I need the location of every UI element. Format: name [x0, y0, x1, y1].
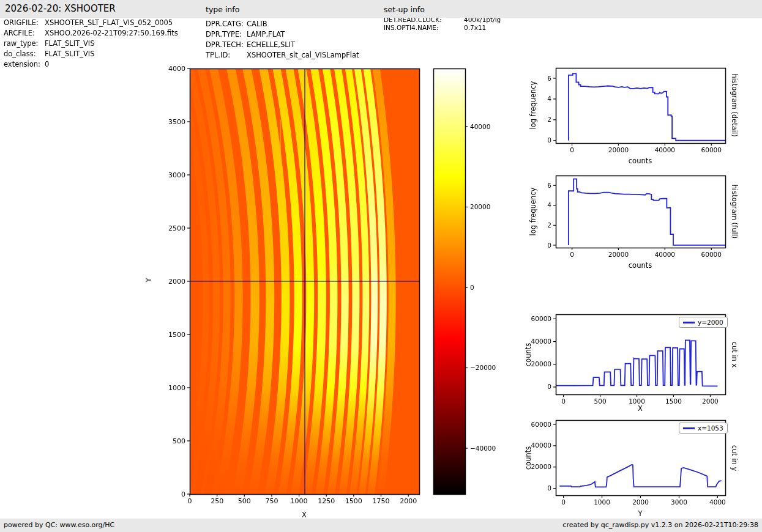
footer-created-by: created by qc_rawdisp.py v1.2.3 on 2026-…	[562, 519, 758, 532]
info-label: extension:	[4, 59, 45, 70]
info-row-opti4name: INS.OPTI4.NAME:0.7x11	[384, 24, 501, 32]
hist-detail-side-label: histogram (detail)	[730, 73, 739, 136]
info-label: ARCFILE:	[4, 28, 45, 39]
footer-powered-by: powered by QC: www.eso.org/HC	[4, 519, 114, 532]
info-value: 0	[45, 60, 49, 68]
cut-x-legend: y=2000	[679, 317, 728, 328]
info-label: DPR.TYPE:	[206, 29, 247, 40]
info-row-arcfile: ARCFILE:XSHOO.2026-02-21T09:27:50.169.fi…	[4, 28, 178, 39]
cut-y-legend: x=1053	[679, 423, 728, 434]
cut-y-x-axis-label: Y	[638, 509, 642, 518]
info-label: raw_type:	[4, 39, 45, 49]
hist-full-side-label: histogram (full)	[730, 185, 739, 239]
qc-report-page: 2026-02-20: XSHOOTER type info set-up in…	[0, 0, 762, 532]
info-value: XSHOOTER_SLT_FLAT_VIS_052_0005	[45, 18, 173, 27]
info-value: LAMP,FLAT	[247, 30, 285, 39]
hist-detail-x-axis-label: counts	[629, 157, 652, 165]
info-value: CALIB	[247, 20, 267, 28]
info-value: XSHOO.2026-02-21T09:27:50.169.fits	[45, 29, 178, 37]
cut-x-side-label: cut in x	[730, 342, 739, 368]
info-label: DPR.CATG:	[206, 19, 247, 29]
info-value: FLAT_SLIT_VIS	[45, 39, 94, 48]
hist-full-y-axis-label: log frequency	[529, 188, 537, 236]
info-value: 0.7x11	[464, 24, 486, 31]
section-title-setup-info: set-up info	[384, 0, 425, 19]
legend-label: y=2000	[698, 319, 723, 326]
header-bar: 2026-02-20: XSHOOTER type info set-up in…	[0, 0, 762, 18]
info-row-dprtech: DPR.TECH:ECHELLE,SLIT	[206, 40, 359, 50]
info-label: DPR.TECH:	[206, 40, 247, 50]
footer-bar: powered by QC: www.eso.org/HC created by…	[0, 519, 762, 532]
legend-label: x=1053	[698, 424, 723, 432]
info-row-doclass: do_class:FLAT_SLIT_VIS	[4, 49, 178, 59]
info-value: ECHELLE,SLIT	[247, 40, 295, 49]
section-title-type-info: type info	[206, 0, 239, 19]
info-label: do_class:	[4, 49, 45, 59]
info-row-extension: extension:0	[4, 59, 178, 70]
info-row-origfile: ORIGFILE:XSHOOTER_SLT_FLAT_VIS_052_0005	[4, 18, 178, 28]
info-row-dprtype: DPR.TYPE:LAMP,FLAT	[206, 29, 359, 40]
main-x-axis-label: X	[302, 511, 307, 519]
info-row-tplid: TPL.ID:XSHOOTER_slt_cal_VISLampFlat	[206, 50, 359, 61]
page-title: 2026-02-20: XSHOOTER	[5, 0, 116, 18]
info-row-rawtype: raw_type:FLAT_SLIT_VIS	[4, 39, 178, 49]
info-row-dprcatg: DPR.CATG:CALIB	[206, 19, 359, 29]
file-info-block: ORIGFILE:XSHOOTER_SLT_FLAT_VIS_052_0005 …	[4, 18, 178, 70]
info-value: FLAT_SLIT_VIS	[45, 50, 94, 58]
legend-line-swatch	[683, 427, 695, 429]
hist-detail-y-axis-label: log frequency	[529, 81, 537, 130]
legend-line-swatch	[683, 322, 695, 323]
cut-x-x-axis-label: X	[638, 404, 643, 413]
cut-y-y-axis-label: counts	[524, 446, 532, 470]
cut-y-side-label: cut in y	[730, 445, 739, 471]
info-label: ORIGFILE:	[4, 18, 45, 28]
info-label: INS.OPTI4.NAME:	[384, 24, 464, 32]
cut-x-y-axis-label: counts	[524, 343, 532, 366]
hist-full-x-axis-label: counts	[629, 261, 652, 270]
type-info-block: DPR.CATG:CALIB DPR.TYPE:LAMP,FLAT DPR.TE…	[206, 19, 359, 61]
info-value: XSHOOTER_slt_cal_VISLampFlat	[247, 51, 359, 59]
main-y-axis-label: Y	[144, 278, 153, 282]
info-label: TPL.ID:	[206, 50, 247, 61]
